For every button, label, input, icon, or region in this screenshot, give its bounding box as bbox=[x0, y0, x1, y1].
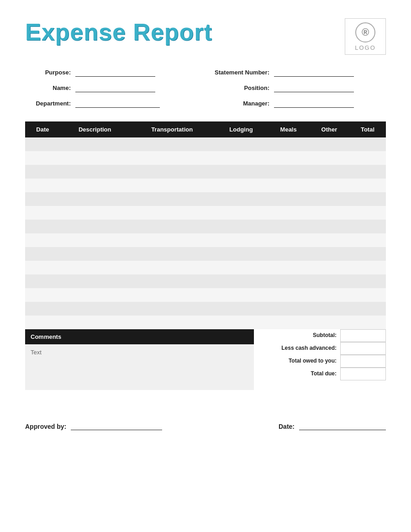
table-cell[interactable] bbox=[349, 261, 386, 274]
table-cell[interactable] bbox=[130, 316, 215, 329]
table-cell[interactable] bbox=[268, 165, 309, 179]
table-cell[interactable] bbox=[349, 288, 386, 302]
table-cell[interactable] bbox=[215, 179, 268, 192]
table-cell[interactable] bbox=[25, 288, 60, 302]
table-row[interactable] bbox=[25, 220, 386, 233]
table-cell[interactable] bbox=[215, 233, 268, 247]
table-row[interactable] bbox=[25, 206, 386, 220]
table-cell[interactable] bbox=[309, 274, 349, 288]
total-due-value[interactable] bbox=[340, 368, 386, 380]
table-cell[interactable] bbox=[309, 206, 349, 220]
position-input[interactable] bbox=[274, 84, 354, 92]
table-cell[interactable] bbox=[215, 247, 268, 261]
table-cell[interactable] bbox=[60, 316, 130, 329]
table-cell[interactable] bbox=[130, 274, 215, 288]
table-cell[interactable] bbox=[215, 206, 268, 220]
name-input[interactable] bbox=[75, 84, 155, 92]
table-cell[interactable] bbox=[60, 192, 130, 206]
table-cell[interactable] bbox=[268, 247, 309, 261]
table-cell[interactable] bbox=[25, 206, 60, 220]
table-cell[interactable] bbox=[25, 179, 60, 192]
table-cell[interactable] bbox=[60, 220, 130, 233]
table-cell[interactable] bbox=[25, 165, 60, 179]
table-cell[interactable] bbox=[349, 274, 386, 288]
table-cell[interactable] bbox=[268, 151, 309, 165]
table-cell[interactable] bbox=[215, 137, 268, 151]
table-cell[interactable] bbox=[349, 137, 386, 151]
table-cell[interactable] bbox=[268, 274, 309, 288]
table-cell[interactable] bbox=[215, 220, 268, 233]
table-cell[interactable] bbox=[349, 233, 386, 247]
table-cell[interactable] bbox=[60, 137, 130, 151]
table-cell[interactable] bbox=[268, 316, 309, 329]
table-cell[interactable] bbox=[349, 247, 386, 261]
comments-body[interactable]: Text bbox=[25, 344, 254, 390]
total-owed-value[interactable] bbox=[340, 355, 386, 368]
table-cell[interactable] bbox=[309, 220, 349, 233]
table-cell[interactable] bbox=[25, 274, 60, 288]
table-cell[interactable] bbox=[309, 261, 349, 274]
table-cell[interactable] bbox=[268, 206, 309, 220]
table-cell[interactable] bbox=[60, 233, 130, 247]
table-cell[interactable] bbox=[309, 316, 349, 329]
table-cell[interactable] bbox=[130, 137, 215, 151]
table-row[interactable] bbox=[25, 288, 386, 302]
table-cell[interactable] bbox=[349, 302, 386, 316]
table-cell[interactable] bbox=[349, 165, 386, 179]
table-cell[interactable] bbox=[268, 220, 309, 233]
table-cell[interactable] bbox=[309, 192, 349, 206]
table-cell[interactable] bbox=[268, 288, 309, 302]
table-cell[interactable] bbox=[25, 233, 60, 247]
table-cell[interactable] bbox=[25, 316, 60, 329]
manager-input[interactable] bbox=[274, 100, 354, 108]
table-cell[interactable] bbox=[130, 261, 215, 274]
table-cell[interactable] bbox=[309, 233, 349, 247]
table-cell[interactable] bbox=[349, 220, 386, 233]
table-cell[interactable] bbox=[215, 261, 268, 274]
table-cell[interactable] bbox=[60, 179, 130, 192]
table-cell[interactable] bbox=[60, 274, 130, 288]
table-cell[interactable] bbox=[309, 302, 349, 316]
table-cell[interactable] bbox=[60, 151, 130, 165]
table-cell[interactable] bbox=[130, 220, 215, 233]
table-cell[interactable] bbox=[349, 206, 386, 220]
table-row[interactable] bbox=[25, 165, 386, 179]
table-cell[interactable] bbox=[25, 261, 60, 274]
table-cell[interactable] bbox=[309, 151, 349, 165]
table-cell[interactable] bbox=[349, 179, 386, 192]
table-cell[interactable] bbox=[25, 137, 60, 151]
table-cell[interactable] bbox=[130, 151, 215, 165]
table-cell[interactable] bbox=[268, 302, 309, 316]
table-cell[interactable] bbox=[130, 206, 215, 220]
table-cell[interactable] bbox=[215, 288, 268, 302]
table-cell[interactable] bbox=[349, 151, 386, 165]
table-cell[interactable] bbox=[215, 192, 268, 206]
table-cell[interactable] bbox=[130, 233, 215, 247]
table-row[interactable] bbox=[25, 179, 386, 192]
table-cell[interactable] bbox=[309, 288, 349, 302]
table-cell[interactable] bbox=[60, 302, 130, 316]
table-row[interactable] bbox=[25, 274, 386, 288]
table-cell[interactable] bbox=[309, 137, 349, 151]
statement-input[interactable] bbox=[274, 68, 354, 77]
table-cell[interactable] bbox=[268, 137, 309, 151]
table-cell[interactable] bbox=[309, 247, 349, 261]
table-row[interactable] bbox=[25, 233, 386, 247]
table-cell[interactable] bbox=[349, 192, 386, 206]
table-cell[interactable] bbox=[215, 274, 268, 288]
subtotal-value[interactable] bbox=[340, 329, 386, 342]
table-row[interactable] bbox=[25, 192, 386, 206]
table-cell[interactable] bbox=[268, 179, 309, 192]
table-row[interactable] bbox=[25, 247, 386, 261]
table-cell[interactable] bbox=[60, 247, 130, 261]
table-cell[interactable] bbox=[268, 233, 309, 247]
table-cell[interactable] bbox=[309, 165, 349, 179]
table-row[interactable] bbox=[25, 137, 386, 151]
table-cell[interactable] bbox=[130, 165, 215, 179]
table-cell[interactable] bbox=[130, 179, 215, 192]
table-cell[interactable] bbox=[130, 192, 215, 206]
department-input[interactable] bbox=[75, 100, 160, 108]
table-cell[interactable] bbox=[60, 165, 130, 179]
table-cell[interactable] bbox=[60, 261, 130, 274]
table-cell[interactable] bbox=[25, 151, 60, 165]
